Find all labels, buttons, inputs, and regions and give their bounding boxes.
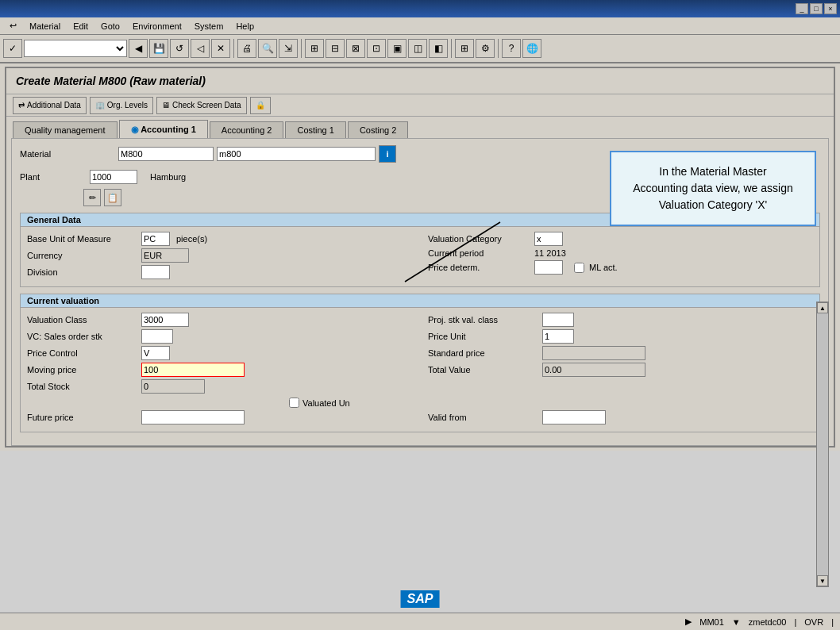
valuation-cat-input[interactable] (534, 232, 563, 246)
menu-material[interactable]: Material (23, 20, 67, 33)
toolbar-btn-g[interactable]: ◧ (429, 39, 448, 58)
price-determ-label: Price determ. (428, 263, 531, 272)
toolbar-dropdown[interactable] (24, 40, 127, 57)
status-session: MM01 (699, 617, 724, 627)
cancel-icon[interactable]: ✕ (211, 39, 230, 58)
status-mode: OVR (804, 617, 823, 627)
sap-logo: SAP (401, 590, 440, 608)
division-input[interactable] (141, 265, 170, 279)
ml-act-checkbox[interactable] (574, 263, 584, 273)
standard-price-input[interactable] (542, 346, 645, 360)
nav-prev-icon[interactable]: ◁ (191, 39, 210, 58)
save-icon[interactable]: 💾 (149, 39, 168, 58)
valuation-class-row: Valuation Class (27, 313, 412, 327)
menu-system[interactable]: System (188, 20, 230, 33)
nav-back-icon[interactable]: ◀ (129, 39, 148, 58)
maximize-button[interactable]: □ (810, 3, 823, 14)
total-stock-row: Total Stock (27, 379, 412, 394)
future-price-label: Future price (27, 413, 138, 422)
price-determ-input[interactable] (534, 260, 563, 275)
tab-costing-1[interactable]: Costing 1 (285, 121, 345, 138)
total-value-label: Total Value (428, 365, 539, 375)
edit-icon-btn[interactable]: ✏ (83, 189, 101, 206)
tooltip-box: In the Material MasterAccounting data vi… (610, 151, 816, 226)
price-determ-row: Price determ. ML act. (428, 260, 813, 275)
status-user: zmetdc00 (749, 617, 787, 627)
menu-edit[interactable]: Edit (67, 20, 94, 33)
valid-from-input[interactable] (542, 410, 606, 424)
moving-price-input[interactable] (141, 363, 245, 377)
base-uom-input[interactable] (141, 232, 170, 246)
standard-price-row: Standard price (428, 346, 813, 360)
window-title: Create Material M800 (Raw material) (6, 68, 834, 94)
menu-help[interactable]: Help (229, 20, 260, 33)
lock-icon: 🔒 (256, 101, 265, 109)
lock-button[interactable]: 🔒 (250, 97, 271, 114)
toolbar-btn-d[interactable]: ⊡ (367, 39, 386, 58)
total-value-input[interactable] (542, 363, 645, 377)
price-unit-row: Price Unit (428, 329, 813, 344)
material-desc-input[interactable] (217, 147, 376, 161)
additional-data-button[interactable]: ⇄ Additional Data (13, 97, 87, 114)
find-icon[interactable]: 🔍 (258, 39, 277, 58)
minimize-button[interactable]: _ (796, 3, 808, 14)
menu-exit[interactable]: ↩ (3, 19, 23, 33)
vc-sales-input[interactable] (141, 329, 173, 344)
total-stock-input[interactable] (141, 379, 205, 394)
future-price-input[interactable] (141, 410, 245, 424)
status-bar: ▶ MM01 ▼ zmetdc00 | OVR | (0, 613, 840, 630)
sap-icon[interactable]: 🌐 (522, 39, 541, 58)
tab-quality-management[interactable]: Quality management (13, 121, 118, 138)
toolbar-btn-c[interactable]: ⊠ (346, 39, 365, 58)
tooltip-text: In the Material MasterAccounting data vi… (633, 165, 793, 211)
settings-icon[interactable]: ⚙ (476, 39, 495, 58)
check-screen-icon: 🖥 (162, 101, 170, 109)
material-input[interactable] (118, 147, 214, 161)
check-screen-data-button[interactable]: 🖥 Check Screen Data (156, 97, 247, 114)
scroll-up-button[interactable]: ▲ (817, 302, 828, 313)
standard-price-label: Standard price (428, 348, 539, 358)
copy-icon-btn[interactable]: 📋 (104, 189, 121, 206)
plant-label: Plant (20, 172, 83, 182)
toolbar-btn-a[interactable]: ⊞ (305, 39, 324, 58)
status-separator-2: | (794, 617, 796, 627)
base-uom-row: Base Unit of Measure piece(s) (27, 232, 412, 246)
toolbar-btn-f[interactable]: ◫ (408, 39, 427, 58)
moving-price-label: Moving price (27, 365, 138, 375)
print-icon[interactable]: 🖨 (237, 39, 256, 58)
valuation-cat-label: Valuation Category (428, 234, 531, 244)
valuation-class-input[interactable] (141, 313, 189, 327)
toolbar-btn-b[interactable]: ⊟ (326, 39, 345, 58)
price-control-input[interactable] (141, 346, 170, 360)
valuated-un-row: Valuated Un (289, 398, 813, 408)
proj-stk-input[interactable] (542, 313, 574, 327)
menu-goto[interactable]: Goto (94, 20, 126, 33)
price-control-row: Price Control (27, 346, 412, 360)
toolbar-btn-e[interactable]: ▣ (387, 39, 407, 58)
help-icon[interactable]: ? (502, 39, 521, 58)
info-icon[interactable]: i (379, 145, 396, 163)
current-period-label: Current period (428, 248, 531, 258)
grid-icon[interactable]: ⊞ (455, 39, 474, 58)
org-levels-button[interactable]: 🏢 Org. Levels (90, 97, 153, 114)
find-next-icon[interactable]: ⇲ (279, 39, 298, 58)
tab-accounting-1[interactable]: ◉ Accounting 1 (119, 120, 208, 138)
total-stock-label: Total Stock (27, 382, 138, 391)
title-bar-buttons[interactable]: _ □ × (796, 3, 837, 14)
plant-input[interactable] (90, 170, 137, 184)
separator-3 (451, 39, 452, 58)
close-button[interactable]: × (824, 3, 837, 14)
currency-input[interactable] (141, 248, 189, 263)
future-price-row: Future price (27, 410, 412, 424)
division-row: Division (27, 265, 412, 279)
current-period-value: 11 2013 (534, 248, 566, 258)
price-unit-input[interactable] (542, 329, 574, 344)
check-icon[interactable]: ✓ (3, 39, 22, 58)
tab-costing-2[interactable]: Costing 2 (348, 121, 408, 138)
tab-accounting-2[interactable]: Accounting 2 (210, 121, 284, 138)
scroll-down-button[interactable]: ▼ (817, 575, 828, 586)
refresh-icon[interactable]: ↺ (170, 39, 189, 58)
menu-environment[interactable]: Environment (126, 20, 188, 33)
valuated-un-checkbox[interactable] (289, 398, 299, 408)
vertical-scrollbar[interactable]: ▲ ▼ (816, 302, 829, 587)
